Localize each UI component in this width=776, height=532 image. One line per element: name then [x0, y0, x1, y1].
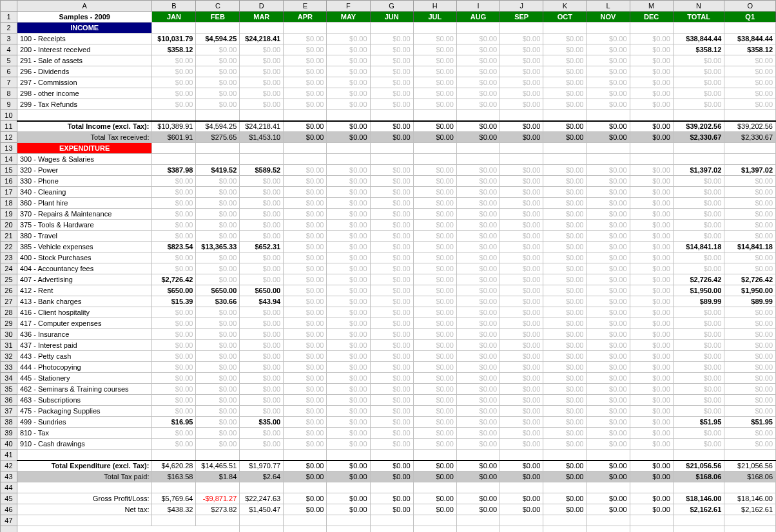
- cell[interactable]: $0.00: [456, 263, 500, 274]
- cell[interactable]: $0.00: [630, 296, 673, 307]
- month-header[interactable]: TOTAL: [673, 12, 724, 23]
- cell[interactable]: $0.00: [196, 384, 240, 395]
- cell[interactable]: [456, 154, 500, 165]
- cell[interactable]: $0.00: [630, 44, 673, 55]
- cell[interactable]: $0.00: [370, 428, 413, 439]
- cell[interactable]: $0.00: [724, 209, 776, 220]
- cell[interactable]: $0.00: [456, 417, 500, 428]
- cell[interactable]: $0.00: [673, 340, 724, 351]
- row-label[interactable]: 910 - Cash drawings: [17, 439, 152, 450]
- cell[interactable]: $0.00: [456, 55, 500, 66]
- summary-cell[interactable]: $1,970.77: [240, 461, 284, 471]
- cell[interactable]: $0.00: [196, 99, 240, 110]
- cell[interactable]: $0.00: [370, 198, 413, 209]
- col-header[interactable]: L: [587, 1, 630, 12]
- cell[interactable]: $0.00: [240, 384, 284, 395]
- row-header[interactable]: 22: [1, 242, 17, 252]
- cell[interactable]: $0.00: [413, 165, 456, 176]
- cell[interactable]: $0.00: [630, 307, 673, 318]
- cell[interactable]: $0.00: [327, 187, 370, 198]
- cell[interactable]: $0.00: [370, 340, 413, 351]
- cell[interactable]: [673, 154, 724, 165]
- summary-cell[interactable]: $14,465.51: [196, 461, 240, 471]
- cell[interactable]: $0.00: [456, 329, 500, 340]
- cell[interactable]: $0.00: [724, 263, 776, 274]
- row-header[interactable]: 11: [1, 121, 17, 132]
- cell[interactable]: $0.00: [240, 318, 284, 329]
- row-header[interactable]: 3: [1, 33, 17, 44]
- cell[interactable]: [630, 154, 673, 165]
- cell[interactable]: $0.00: [284, 296, 327, 307]
- summary-cell[interactable]: $0.00: [543, 493, 587, 504]
- cell[interactable]: $0.00: [630, 77, 673, 88]
- col-header[interactable]: A: [17, 1, 152, 12]
- cell[interactable]: [543, 154, 587, 165]
- cell[interactable]: $0.00: [240, 88, 284, 99]
- cell[interactable]: $0.00: [370, 209, 413, 220]
- row-header[interactable]: 35: [1, 384, 17, 395]
- cell[interactable]: $16.95: [152, 417, 196, 428]
- cell[interactable]: $0.00: [587, 406, 630, 417]
- cell[interactable]: $0.00: [456, 176, 500, 187]
- cell[interactable]: $0.00: [284, 384, 327, 395]
- row-label[interactable]: 407 - Advertising: [17, 274, 152, 285]
- sheet-title[interactable]: Samples - 2009: [17, 12, 152, 23]
- cell[interactable]: $0.00: [630, 231, 673, 242]
- row-label[interactable]: 330 - Phone: [17, 176, 152, 187]
- cell[interactable]: $0.00: [500, 231, 543, 242]
- cell[interactable]: $0.00: [500, 285, 543, 296]
- summary-cell[interactable]: $4,594.25: [196, 121, 240, 132]
- cell[interactable]: $0.00: [673, 406, 724, 417]
- cell[interactable]: $0.00: [284, 285, 327, 296]
- cell[interactable]: $0.00: [587, 351, 630, 362]
- summary-cell[interactable]: $0.00: [500, 493, 543, 504]
- cell[interactable]: $0.00: [543, 351, 587, 362]
- cell[interactable]: $0.00: [284, 351, 327, 362]
- row-label[interactable]: 200 - Interest received: [17, 44, 152, 55]
- cell[interactable]: $0.00: [240, 373, 284, 384]
- cell[interactable]: $0.00: [284, 55, 327, 66]
- summary-cell[interactable]: $22,247.63: [240, 493, 284, 504]
- cell[interactable]: $0.00: [630, 198, 673, 209]
- cell[interactable]: $589.52: [240, 165, 284, 176]
- summary-cell[interactable]: $2,330.67: [673, 132, 724, 143]
- summary-cell[interactable]: $0.00: [587, 493, 630, 504]
- cell[interactable]: $0.00: [724, 406, 776, 417]
- cell[interactable]: $0.00: [543, 362, 587, 373]
- cell[interactable]: $358.12: [673, 44, 724, 55]
- summary-cell[interactable]: $0.00: [370, 121, 413, 132]
- month-header[interactable]: Q1: [724, 12, 776, 23]
- cell[interactable]: $0.00: [724, 318, 776, 329]
- cell[interactable]: $0.00: [196, 274, 240, 285]
- cell[interactable]: $0.00: [587, 88, 630, 99]
- col-header[interactable]: O: [724, 1, 776, 12]
- cell[interactable]: $0.00: [284, 44, 327, 55]
- cell[interactable]: $0.00: [543, 77, 587, 88]
- cell[interactable]: $0.00: [724, 252, 776, 263]
- cell[interactable]: $0.00: [543, 395, 587, 406]
- row-label[interactable]: 437 - Interest paid: [17, 340, 152, 351]
- summary-cell[interactable]: $0.00: [327, 461, 370, 471]
- cell[interactable]: $0.00: [284, 439, 327, 450]
- cell[interactable]: $0.00: [543, 439, 587, 450]
- cell[interactable]: $0.00: [673, 439, 724, 450]
- summary-cell[interactable]: $4,620.28: [152, 461, 196, 471]
- cell[interactable]: $0.00: [284, 66, 327, 77]
- cell[interactable]: $0.00: [500, 384, 543, 395]
- cell[interactable]: $0.00: [152, 340, 196, 351]
- cell[interactable]: [284, 154, 327, 165]
- month-header[interactable]: MAR: [240, 12, 284, 23]
- cell[interactable]: $0.00: [370, 33, 413, 44]
- summary-cell[interactable]: $0.00: [413, 504, 456, 515]
- cell[interactable]: $0.00: [240, 340, 284, 351]
- summary-cell[interactable]: $1,450.47: [240, 504, 284, 515]
- cell[interactable]: $0.00: [456, 395, 500, 406]
- cell[interactable]: $0.00: [240, 99, 284, 110]
- cell[interactable]: $0.00: [413, 329, 456, 340]
- cell[interactable]: $0.00: [327, 274, 370, 285]
- cell[interactable]: $0.00: [327, 285, 370, 296]
- cell[interactable]: $0.00: [673, 428, 724, 439]
- cell[interactable]: $0.00: [370, 242, 413, 252]
- cell[interactable]: $0.00: [456, 351, 500, 362]
- cell[interactable]: $0.00: [284, 220, 327, 231]
